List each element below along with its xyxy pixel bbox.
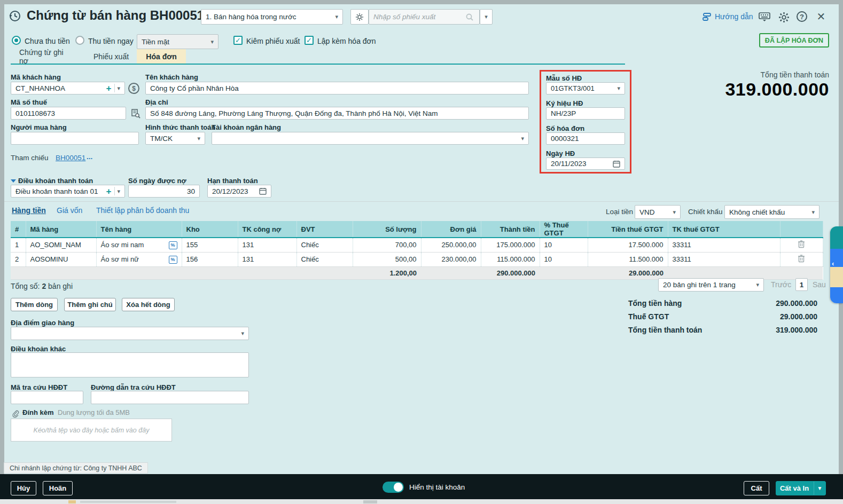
buyer-input[interactable] — [11, 132, 139, 145]
col-vat-pct[interactable]: % Thuế GTGT — [540, 221, 588, 238]
due-date-input[interactable]: 20/12/2023 — [207, 185, 271, 198]
cell-vat-account[interactable]: 33311 — [668, 238, 780, 252]
cell-item-code[interactable]: AOSOMINU — [26, 252, 96, 266]
add-row-button[interactable]: Thêm dòng — [11, 298, 58, 311]
delete-row-button[interactable] — [780, 252, 823, 266]
page-number-input[interactable]: 1 — [795, 278, 808, 291]
settings-gear-icon[interactable] — [778, 11, 790, 23]
delivery-location-select[interactable]: ▾ — [11, 327, 249, 340]
cell-vat-amount[interactable]: 11.500.000 — [588, 252, 668, 266]
chevron-down-icon[interactable]: ▾ — [117, 188, 120, 195]
lookup-code-input[interactable] — [11, 391, 83, 404]
cell-warehouse[interactable]: 155 — [182, 238, 238, 252]
page-size-select[interactable]: 20 bản ghi trên 1 trang ▾ — [658, 278, 764, 292]
bank-account-select[interactable]: ▾ — [212, 132, 529, 145]
customer-name-input[interactable]: Công ty Cổ phần Nhân Hòa — [145, 82, 529, 94]
tab-export-slip[interactable]: Phiếu xuất — [85, 49, 137, 64]
cell-vat-amount[interactable]: 17.500.000 — [588, 238, 668, 252]
cell-debit-account[interactable]: 131 — [238, 252, 296, 266]
col-unit[interactable]: ĐVT — [296, 221, 353, 238]
pagination-next[interactable]: Sau — [813, 280, 826, 289]
search-input[interactable] — [369, 9, 480, 25]
col-item-code[interactable]: Mã hàng — [26, 221, 96, 238]
cell-unit[interactable]: Chiếc — [296, 238, 353, 252]
file-dropzone[interactable]: Kéo/thả tệp vào đây hoặc bấm vào đây — [11, 419, 172, 442]
address-input[interactable]: Số 848 đường Láng, Phường Láng Thượng, Q… — [145, 107, 529, 120]
cell-unit-price[interactable]: 250.000,00 — [421, 238, 481, 252]
history-icon[interactable] — [8, 9, 22, 23]
cell-debit-account[interactable]: 131 — [238, 238, 296, 252]
payment-type-select[interactable]: Tiền mặt ▾ — [137, 34, 218, 49]
invoice-template-select[interactable]: 01GTKT3/001 ▾ — [546, 82, 625, 94]
search-settings-button[interactable] — [350, 9, 369, 25]
cell-warehouse[interactable]: 156 — [182, 252, 238, 266]
help-icon[interactable]: ? — [797, 11, 807, 22]
vat-doc-icon[interactable]: % — [169, 241, 177, 249]
col-debit-account[interactable]: TK công nợ — [238, 221, 296, 238]
lookup-url-input[interactable] — [91, 391, 249, 404]
chevron-down-icon[interactable]: ▾ — [117, 85, 120, 92]
cell-item-name[interactable]: Áo sơ mi nữ% — [96, 252, 182, 266]
cell-vat-pct[interactable]: 10 — [540, 252, 588, 266]
invoice-serial-input[interactable]: NH/23P — [546, 107, 625, 120]
reference-link[interactable]: BH00051 — [56, 154, 85, 162]
cell-quantity[interactable]: 700,00 — [353, 238, 421, 252]
add-terms-icon[interactable]: + — [106, 187, 112, 196]
doc-type-select[interactable]: 1. Bán hàng hóa trong nước ▾ — [201, 9, 343, 25]
save-and-print-button[interactable]: Cất và In ▼ — [776, 481, 826, 495]
cell-quantity[interactable]: 500,00 — [353, 252, 421, 266]
tax-lookup-icon[interactable] — [129, 107, 141, 119]
table-row[interactable]: 1 AO_SOMI_NAM Áo sơ mi nam% 155 131 Chiế… — [11, 238, 823, 252]
help-guide-link[interactable]: Hướng dẫn — [715, 12, 753, 21]
col-index[interactable]: # — [11, 221, 26, 238]
search-icon[interactable] — [464, 11, 475, 23]
docked-panel-tab[interactable]: ‹ — [830, 226, 843, 303]
col-warehouse[interactable]: Kho — [182, 221, 238, 238]
cell-unit[interactable]: Chiếc — [296, 252, 353, 266]
payment-method-select[interactable]: TM/CK ▾ — [145, 132, 205, 145]
col-unit-price[interactable]: Đơn giá — [421, 221, 481, 238]
guide-icon[interactable] — [701, 11, 713, 23]
clear-rows-button[interactable]: Xóa hết dòng — [122, 298, 175, 311]
col-item-name[interactable]: Tên hàng — [96, 221, 182, 238]
invoice-date-input[interactable]: 20/11/2023 — [546, 158, 625, 170]
vat-doc-icon[interactable]: % — [169, 256, 177, 264]
col-vat-amount[interactable]: Tiền thuế GTGT — [588, 221, 668, 238]
discount-select[interactable]: Không chiết khấu ▾ — [724, 205, 819, 219]
save-print-options-caret[interactable]: ▼ — [814, 482, 825, 495]
subtab-amount[interactable]: Hàng tiền — [12, 206, 46, 215]
table-row[interactable]: 2 AOSOMINU Áo sơ mi nữ% 156 131 Chiếc 50… — [11, 252, 823, 266]
collapse-triangle-icon[interactable] — [11, 179, 16, 183]
tab-debit-document[interactable]: Chứng từ ghi nợ — [12, 49, 81, 64]
add-customer-icon[interactable]: + — [106, 84, 112, 93]
customer-code-combo[interactable]: CT_NHANHOA + ▾ — [11, 82, 125, 94]
radio-not-collected[interactable] — [12, 36, 21, 45]
col-vat-account[interactable]: TK thuế GTGT — [668, 221, 780, 238]
payment-terms-combo[interactable]: Điều khoản thanh toán 01 + ▾ — [11, 185, 125, 198]
reference-more-button[interactable]: ... — [87, 153, 92, 161]
cell-amount[interactable]: 115.000.000 — [481, 252, 540, 266]
col-amount[interactable]: Thành tiền — [481, 221, 540, 238]
save-button[interactable]: Cất — [744, 481, 769, 495]
customer-finance-icon[interactable]: $ — [128, 83, 139, 94]
search-options-button[interactable]: ▾ — [480, 9, 493, 25]
invoice-number-input[interactable]: 0000321 — [546, 132, 625, 145]
cell-vat-pct[interactable]: 10 — [540, 238, 588, 252]
postpone-button[interactable]: Hoãn — [43, 481, 73, 495]
add-note-button[interactable]: Thêm ghi chú — [64, 298, 116, 311]
cell-vat-account[interactable]: 33311 — [668, 252, 780, 266]
subtab-cost[interactable]: Giá vốn — [57, 206, 82, 215]
subtab-revenue-allocation[interactable]: Thiết lập phân bổ doanh thu — [96, 206, 189, 215]
cell-amount[interactable]: 175.000.000 — [481, 238, 540, 252]
checkbox-with-invoice[interactable]: ✓ — [305, 36, 314, 45]
tab-invoice[interactable]: Hóa đơn — [137, 49, 186, 64]
close-icon[interactable]: ✕ — [815, 11, 827, 22]
debt-days-input[interactable]: 30 — [128, 185, 200, 198]
checkbox-export-slip[interactable]: ✓ — [233, 36, 243, 45]
currency-select[interactable]: VND ▾ — [635, 205, 681, 219]
cancel-button[interactable]: Hủy — [11, 481, 36, 495]
cell-item-code[interactable]: AO_SOMI_NAM — [26, 238, 96, 252]
other-terms-textarea[interactable] — [11, 352, 249, 377]
cell-unit-price[interactable]: 230.000,00 — [421, 252, 481, 266]
radio-collect-now[interactable] — [75, 36, 84, 45]
